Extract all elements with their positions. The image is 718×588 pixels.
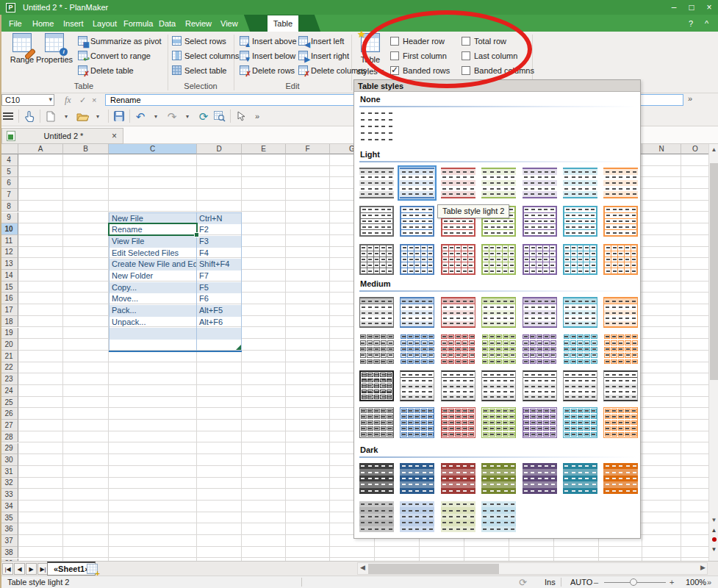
table-style-item[interactable] xyxy=(520,368,559,404)
redo-dropdown-icon[interactable]: ▾ xyxy=(181,109,194,123)
row-header-11[interactable]: 11 xyxy=(0,235,18,247)
ribbon-button-summarize-as-pivot[interactable]: ▦Summarize as pivot xyxy=(78,34,162,48)
row-header-23[interactable]: 23 xyxy=(0,373,18,385)
row-header-25[interactable]: 25 xyxy=(0,397,18,409)
ribbon-button-insert-above[interactable]: ▲Insert above xyxy=(240,34,297,48)
checkbox-unchecked-icon[interactable] xyxy=(390,37,399,46)
zoom-slider-knob[interactable] xyxy=(630,578,637,586)
checkbox-header-row[interactable]: Header row xyxy=(390,34,445,48)
checkbox-first-column[interactable]: First column xyxy=(390,49,447,62)
row-header-27[interactable]: 27 xyxy=(0,420,18,431)
tab-layout[interactable]: Layout xyxy=(90,15,120,32)
tab-home[interactable]: Home xyxy=(29,15,57,32)
table-style-item[interactable] xyxy=(520,295,559,330)
table-style-item[interactable] xyxy=(357,204,396,239)
table-style-item[interactable] xyxy=(479,461,518,496)
row-header-17[interactable]: 17 xyxy=(0,304,18,316)
row-header-19[interactable]: 19 xyxy=(0,328,18,340)
open-dropdown-icon[interactable]: ▾ xyxy=(91,109,104,123)
table-cell[interactable]: F2 xyxy=(197,224,242,236)
table-cell[interactable]: Alt+F5 xyxy=(197,305,242,317)
help-button[interactable]: ? xyxy=(686,15,696,32)
scroll-up-icon[interactable]: ▲ xyxy=(709,144,718,154)
table-style-item[interactable] xyxy=(520,165,559,201)
table-style-item[interactable] xyxy=(601,331,640,367)
table-style-item[interactable] xyxy=(479,295,518,330)
scroll-down-icon[interactable]: ▼ xyxy=(709,514,718,525)
row-header-33[interactable]: 33 xyxy=(0,489,18,501)
table-style-item[interactable] xyxy=(601,295,640,330)
table-style-item[interactable] xyxy=(398,499,437,534)
scroll-right-icon[interactable]: ▶ xyxy=(700,564,706,571)
table-style-item[interactable] xyxy=(357,331,396,367)
row-header-10[interactable]: 10 xyxy=(0,223,18,235)
accept-icon[interactable]: ✓ xyxy=(79,94,86,106)
table-style-item[interactable] xyxy=(561,368,600,404)
table-resize-handle[interactable] xyxy=(236,345,241,350)
table-style-item[interactable] xyxy=(601,242,640,277)
table-style-item[interactable] xyxy=(561,331,600,367)
checkbox-total-row[interactable]: Total row xyxy=(462,34,506,48)
add-sheet-icon[interactable] xyxy=(87,564,98,574)
table-row[interactable]: New FolderF7 xyxy=(109,270,242,282)
table-row[interactable]: Copy...F5 xyxy=(109,282,242,294)
close-button[interactable]: × xyxy=(700,0,718,15)
undo-icon[interactable]: ↶ xyxy=(134,109,147,123)
status-overflow-icon[interactable]: » xyxy=(707,576,711,588)
table-cell[interactable]: Alt+F6 xyxy=(197,317,242,329)
column-header-e[interactable]: E xyxy=(242,144,286,154)
table-style-item[interactable] xyxy=(398,368,437,404)
ribbon-button-delete-table[interactable]: ✗Delete table xyxy=(78,63,134,77)
calc-mode-indicator[interactable]: AUTO xyxy=(570,576,592,588)
row-header-24[interactable]: 24 xyxy=(0,385,18,397)
table-row[interactable]: View FileF3 xyxy=(109,236,242,248)
horizontal-scrollbar-thumb[interactable] xyxy=(368,564,499,574)
chevron-down-icon[interactable]: ▾ xyxy=(49,96,52,103)
checkbox-banded-rows[interactable]: Banded rows xyxy=(390,63,450,77)
checkbox-banded-columns[interactable]: Banded columns xyxy=(462,63,534,77)
table-style-item[interactable] xyxy=(561,405,600,440)
checkbox-last-column[interactable]: Last column xyxy=(462,49,517,62)
tab-data[interactable]: Data xyxy=(156,15,179,32)
table-style-item[interactable] xyxy=(357,242,396,277)
formula-bar-overflow-icon[interactable]: » xyxy=(688,94,692,103)
split-up-icon[interactable]: ▲ xyxy=(709,526,718,534)
table-row[interactable] xyxy=(109,340,242,351)
toolbar-overflow-icon[interactable]: » xyxy=(251,109,264,123)
tab-formula[interactable]: Formula xyxy=(121,15,156,32)
table-style-item[interactable] xyxy=(398,405,437,440)
table-style-item[interactable] xyxy=(357,499,396,534)
column-header-f[interactable]: F xyxy=(286,144,330,154)
new-document-icon[interactable] xyxy=(44,109,57,123)
open-icon[interactable] xyxy=(76,109,89,123)
horizontal-scrollbar[interactable]: ◀ ▶ xyxy=(357,562,708,575)
row-header-18[interactable]: 18 xyxy=(0,316,18,328)
minimize-button[interactable]: – xyxy=(665,0,683,15)
table-row[interactable]: Pack...Alt+F5 xyxy=(109,305,242,317)
vertical-scrollbar-thumb[interactable] xyxy=(710,163,718,380)
table-style-item[interactable] xyxy=(357,405,396,440)
table-style-item[interactable] xyxy=(439,368,478,404)
table-row[interactable]: Edit Selected FilesF4 xyxy=(109,248,242,259)
cancel-icon[interactable]: × xyxy=(92,94,96,106)
table-style-item[interactable] xyxy=(357,461,396,496)
table-style-item[interactable] xyxy=(439,165,478,201)
row-header-36[interactable]: 36 xyxy=(0,523,18,535)
table-cell[interactable] xyxy=(197,328,242,340)
table-cell[interactable] xyxy=(109,328,197,340)
row-header-13[interactable]: 13 xyxy=(0,258,18,270)
checkbox-unchecked-icon[interactable] xyxy=(462,66,470,75)
table-cell[interactable]: F7 xyxy=(197,270,242,282)
table-style-item[interactable] xyxy=(439,405,478,440)
row-header-37[interactable]: 37 xyxy=(0,535,18,547)
insert-mode-indicator[interactable]: Ins xyxy=(545,576,556,588)
zoom-level[interactable]: 100% xyxy=(686,576,706,588)
table-style-item[interactable] xyxy=(601,461,640,496)
row-header-38[interactable]: 38 xyxy=(0,547,18,559)
tab-table-active[interactable]: Table xyxy=(268,15,298,32)
table-style-item[interactable] xyxy=(357,109,396,144)
row-header-14[interactable]: 14 xyxy=(0,270,18,282)
table-cell[interactable]: Move... xyxy=(109,293,197,305)
row-header-5[interactable]: 5 xyxy=(0,166,18,178)
table-style-item[interactable] xyxy=(439,242,478,277)
